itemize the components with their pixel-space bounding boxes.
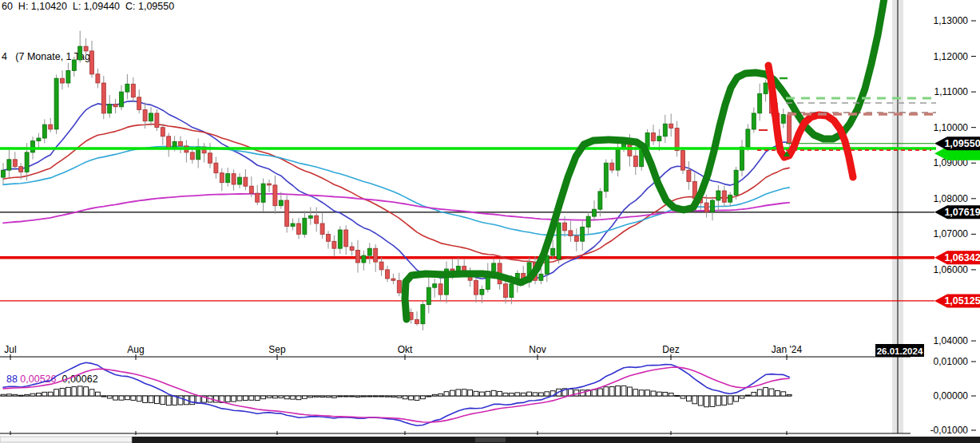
macd-histogram-bar: [367, 396, 372, 397]
macd-histogram-bar: [527, 392, 532, 396]
candle-body: [740, 147, 744, 170]
macd-histogram-bar: [249, 396, 254, 400]
candle-body: [504, 284, 508, 298]
macd-histogram-bar: [391, 396, 396, 397]
month-label: Dez: [662, 344, 679, 355]
macd-histogram-bar: [397, 396, 402, 398]
macd-histogram-bar: [273, 396, 278, 398]
chart-canvas[interactable]: JulAugSepOktNovDezJan '241,130001,120001…: [0, 0, 980, 443]
macd-histogram-bar: [261, 396, 266, 399]
macd-histogram-bar: [343, 396, 348, 397]
macd-histogram-bar: [598, 389, 603, 396]
macd-histogram-bar: [680, 396, 685, 398]
macd-histogram-bar: [30, 394, 35, 396]
macd-histogram-bar: [616, 386, 621, 397]
candle-body: [474, 280, 478, 295]
candle-body: [66, 70, 70, 83]
candle-body: [633, 156, 637, 166]
candle-body: [681, 151, 685, 171]
macd-histogram-bar: [149, 396, 153, 403]
macd-histogram-bar: [468, 390, 473, 397]
macd-histogram-bar: [296, 396, 301, 400]
scrollbar-track[interactable]: [132, 437, 980, 443]
macd-histogram-bar: [72, 387, 77, 396]
macd-histogram-bar: [651, 391, 656, 396]
price-axis-label: 1,13000: [934, 15, 969, 26]
candle-body: [155, 113, 159, 128]
macd-histogram-bar: [462, 390, 466, 396]
candle-body: [220, 173, 224, 183]
macd-histogram: [1, 386, 792, 407]
macd-histogram-bar: [692, 396, 697, 404]
candle-body: [84, 46, 88, 51]
candle-body: [563, 223, 567, 231]
macd-histogram-bar: [89, 390, 94, 396]
macd-histogram-bar: [143, 396, 148, 402]
macd-histogram-bar: [409, 396, 414, 400]
macd-histogram-bar: [728, 396, 732, 404]
candle-body: [297, 223, 301, 234]
candle-body: [208, 153, 212, 164]
candle-body: [13, 160, 17, 167]
price-badge-label: 1,09550: [944, 138, 980, 149]
candle-body: [450, 269, 454, 271]
candle-body: [598, 192, 602, 209]
macd-histogram-bar: [107, 396, 112, 398]
date-badge-label: 26.01.2024: [877, 346, 923, 356]
macd-histogram-bar: [7, 394, 12, 396]
macd-histogram-bar: [308, 396, 313, 398]
candle-body: [427, 287, 430, 304]
macd-histogram-bar: [96, 392, 101, 396]
macd-histogram-bar: [54, 390, 59, 396]
price-axis-label: 1,06000: [934, 264, 969, 275]
macd-histogram-bar: [633, 390, 638, 396]
candle-body: [303, 218, 307, 234]
macd-histogram-bar: [66, 387, 71, 396]
macd-histogram-bar: [350, 396, 355, 397]
price-axis-label: 1,08000: [934, 193, 969, 204]
macd-histogram-bar: [486, 391, 490, 396]
candle-body: [734, 170, 738, 195]
candlestick-series: [2, 31, 792, 330]
month-label: Jul: [4, 344, 16, 355]
candle-body: [367, 248, 371, 255]
candle-body: [2, 170, 6, 177]
candle-body: [244, 177, 248, 186]
macd-histogram-bar: [190, 396, 195, 405]
candle-body: [350, 247, 354, 251]
macd-histogram-bar: [166, 396, 171, 405]
candle-body: [781, 115, 785, 124]
macd-histogram-bar: [385, 396, 390, 397]
macd-histogram-bar: [267, 396, 272, 398]
macd-histogram-bar: [255, 396, 260, 401]
candle-body: [42, 125, 46, 138]
candle-body: [261, 184, 265, 202]
candle-body: [226, 174, 230, 183]
macd-histogram-bar: [698, 396, 703, 405]
macd-histogram-bar: [621, 386, 626, 396]
candle-body: [616, 148, 620, 170]
candle-body: [101, 83, 105, 113]
macd-histogram-bar: [244, 396, 248, 401]
candle-body: [557, 223, 561, 259]
candle-body: [539, 274, 543, 280]
macd-histogram-bar: [320, 396, 325, 398]
candle-body: [438, 284, 442, 295]
macd-histogram-bar: [131, 396, 136, 400]
macd-histogram-bar: [403, 396, 407, 399]
macd-histogram-bar: [25, 394, 30, 396]
scrollbar-left-segment[interactable]: [0, 437, 132, 442]
macd-histogram-bar: [776, 391, 780, 397]
macd-histogram-bar: [675, 395, 680, 396]
candle-body: [421, 305, 425, 324]
macd-histogram-bar: [716, 396, 721, 405]
candle-body: [338, 230, 342, 248]
macd-histogram-bar: [474, 391, 478, 396]
candle-body: [581, 227, 585, 241]
macd-histogram-bar: [155, 396, 160, 404]
scrollbar-thumb[interactable]: [475, 437, 506, 442]
macd-histogram-bar: [491, 390, 496, 396]
candle-body: [604, 163, 608, 192]
month-label: Okt: [398, 344, 413, 355]
candle-body: [386, 270, 390, 279]
